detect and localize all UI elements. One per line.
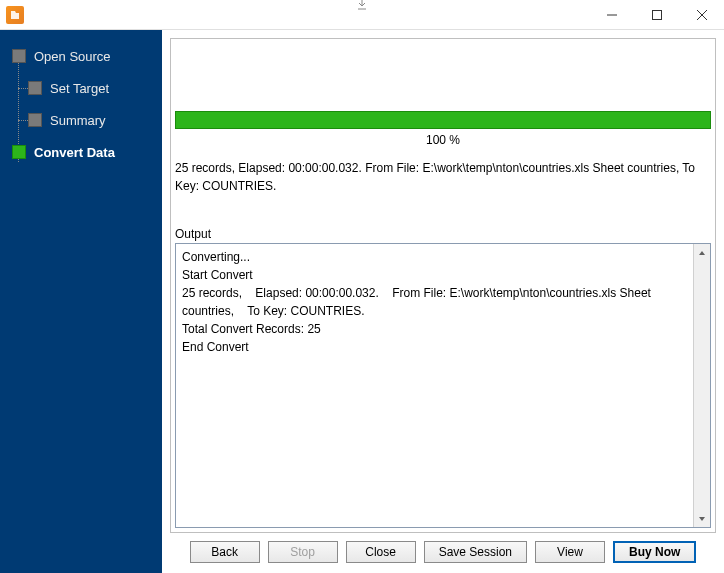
progress-percent: 100 % bbox=[175, 129, 711, 155]
back-button[interactable]: Back bbox=[190, 541, 260, 563]
scrollbar[interactable] bbox=[693, 244, 710, 527]
maximize-button[interactable] bbox=[634, 0, 679, 29]
main-panel: 100 % 25 records, Elapsed: 00:00:00.032.… bbox=[162, 30, 724, 573]
sidebar-item-set-target[interactable]: Set Target bbox=[0, 72, 162, 104]
sidebar-item-label: Open Source bbox=[34, 49, 111, 64]
app-icon bbox=[6, 6, 24, 24]
step-box-icon bbox=[28, 81, 42, 95]
stop-button: Stop bbox=[268, 541, 338, 563]
sidebar-item-open-source[interactable]: Open Source bbox=[0, 40, 162, 72]
output-box: Converting... Start Convert 25 records, … bbox=[175, 243, 711, 528]
titlebar bbox=[0, 0, 724, 30]
sidebar-item-label: Convert Data bbox=[34, 145, 115, 160]
step-box-icon bbox=[12, 145, 26, 159]
buy-now-button[interactable]: Buy Now bbox=[613, 541, 696, 563]
scroll-up-icon[interactable] bbox=[694, 244, 710, 261]
sidebar-item-label: Summary bbox=[50, 113, 106, 128]
close-button[interactable] bbox=[679, 0, 724, 29]
output-text: Converting... Start Convert 25 records, … bbox=[176, 244, 693, 527]
button-row: Back Stop Close Save Session View Buy No… bbox=[170, 533, 716, 565]
view-button[interactable]: View bbox=[535, 541, 605, 563]
sidebar-item-summary[interactable]: Summary bbox=[0, 104, 162, 136]
sidebar-item-label: Set Target bbox=[50, 81, 109, 96]
step-box-icon bbox=[12, 49, 26, 63]
download-icon bbox=[355, 0, 369, 15]
save-session-button[interactable]: Save Session bbox=[424, 541, 527, 563]
close-page-button[interactable]: Close bbox=[346, 541, 416, 563]
sidebar-item-convert-data[interactable]: Convert Data bbox=[0, 136, 162, 168]
status-text: 25 records, Elapsed: 00:00:00.032. From … bbox=[171, 159, 715, 203]
scroll-down-icon[interactable] bbox=[694, 510, 710, 527]
minimize-button[interactable] bbox=[589, 0, 634, 29]
output-label: Output bbox=[171, 203, 715, 243]
svg-rect-0 bbox=[652, 10, 661, 19]
sidebar: Open Source Set Target Summary Convert D… bbox=[0, 30, 162, 573]
progress-bar bbox=[175, 111, 711, 129]
step-box-icon bbox=[28, 113, 42, 127]
